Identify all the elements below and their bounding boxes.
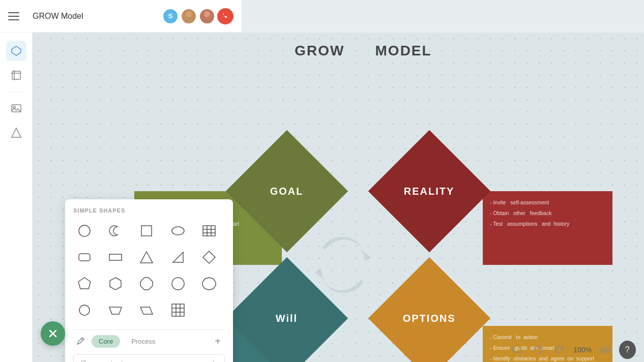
shape-parallelogram[interactable] — [135, 299, 158, 321]
reality-textbox: - Invite self-assessment - Obtain other … — [483, 191, 612, 265]
left-toolbar — [0, 33, 33, 362]
search-icon — [80, 359, 88, 362]
svg-marker-26 — [78, 278, 91, 289]
canvas[interactable]: GROW MODEL - Agree on objectives of sess… — [33, 33, 644, 362]
svg-rect-16 — [203, 226, 215, 236]
toolbar-image[interactable] — [6, 98, 26, 118]
shapes-grid — [73, 220, 225, 321]
shape-rounded-rect[interactable] — [73, 246, 96, 268]
shape-circle[interactable] — [73, 220, 96, 242]
svg-point-15 — [172, 227, 184, 235]
shapes-section-title: SIMPLE SHAPES — [73, 207, 225, 214]
keyboard-button[interactable] — [598, 342, 613, 358]
will-label: Will — [276, 313, 298, 324]
shape-rect-outline[interactable] — [104, 246, 127, 268]
cloud-button[interactable] — [510, 342, 525, 358]
cycle-arrows-svg — [310, 232, 376, 298]
svg-marker-28 — [140, 278, 153, 290]
shape-ellipse[interactable] — [167, 220, 189, 242]
svg-marker-24 — [173, 252, 183, 262]
shape-circle-lg[interactable] — [167, 273, 189, 295]
header: GROW Model S — [0, 0, 242, 33]
redo-button[interactable] — [552, 342, 567, 358]
svg-point-1 — [184, 18, 194, 23]
reality-label: REALITY — [404, 186, 455, 197]
avatar-user1[interactable] — [181, 8, 197, 24]
shape-trapezoid[interactable] — [104, 299, 127, 321]
svg-point-29 — [172, 278, 184, 290]
svg-marker-11 — [363, 252, 371, 261]
reality-text: - Invite self-assessment - Obtain other … — [483, 191, 612, 235]
collaborators: S — [162, 8, 233, 24]
shape-diamond[interactable] — [198, 246, 220, 268]
toolbar-crop[interactable] — [6, 65, 26, 85]
document-title: GROW Model — [33, 12, 162, 21]
help-button[interactable]: ? — [619, 341, 636, 359]
shape-decagon[interactable] — [198, 273, 220, 295]
svg-point-13 — [79, 225, 90, 236]
shape-hexagon[interactable] — [104, 273, 127, 295]
svg-marker-30 — [202, 278, 216, 290]
avatar-s[interactable]: S — [162, 8, 179, 24]
svg-rect-42 — [601, 347, 610, 353]
svg-marker-4 — [12, 46, 21, 55]
fab-close[interactable] — [41, 321, 65, 346]
svg-marker-27 — [110, 278, 121, 290]
search-bar: ⋮ — [73, 354, 225, 362]
svg-point-3 — [202, 18, 212, 23]
zoom-level: 100% — [573, 346, 592, 354]
search-more-button[interactable]: ⋮ — [209, 359, 218, 362]
undo-button[interactable] — [531, 342, 546, 358]
svg-rect-14 — [141, 226, 152, 236]
svg-rect-34 — [172, 304, 184, 316]
phone-button[interactable] — [217, 8, 233, 24]
diagram-title: GROW MODEL — [83, 43, 643, 59]
svg-point-2 — [204, 11, 210, 17]
svg-line-39 — [81, 339, 83, 340]
reality-diamond: REALITY — [368, 130, 490, 252]
bottom-bar: 100% ? — [502, 338, 644, 362]
title-model: MODEL — [375, 43, 432, 59]
options-diamond: OPTIONS — [368, 257, 490, 362]
avatar-user2[interactable] — [199, 8, 215, 24]
shapes-panel: SIMPLE SHAPES — [65, 199, 233, 362]
svg-marker-33 — [140, 307, 153, 314]
toolbar-shapes[interactable] — [6, 41, 26, 61]
tab-core[interactable]: Core — [92, 335, 120, 348]
shape-moon[interactable] — [104, 220, 127, 242]
svg-rect-22 — [109, 254, 122, 260]
shape-octagon[interactable] — [135, 273, 158, 295]
svg-point-0 — [186, 11, 192, 17]
shape-triangle[interactable] — [135, 246, 158, 268]
toolbar-diagram[interactable] — [6, 123, 26, 143]
svg-rect-5 — [12, 71, 20, 79]
tab-process[interactable]: Process — [124, 335, 162, 348]
svg-rect-21 — [79, 254, 90, 261]
shape-pentagon[interactable] — [73, 273, 96, 295]
menu-button[interactable] — [8, 8, 24, 24]
shape-right-triangle[interactable] — [167, 246, 189, 268]
title-grow: GROW — [295, 43, 344, 59]
svg-marker-32 — [109, 307, 122, 314]
pencil-icon[interactable] — [73, 334, 87, 348]
shape-grid[interactable] — [167, 299, 189, 321]
add-tab-button[interactable]: + — [211, 334, 225, 348]
goal-label: GOAL — [270, 186, 304, 197]
shape-square[interactable] — [135, 220, 158, 242]
svg-marker-25 — [203, 251, 215, 263]
svg-marker-12 — [315, 268, 323, 278]
shape-circle-sm[interactable] — [73, 299, 96, 321]
toolbar-divider — [8, 92, 24, 92]
options-label: OPTIONS — [403, 312, 456, 324]
svg-marker-23 — [140, 252, 153, 263]
shapes-tabs: Core Process + — [73, 329, 225, 348]
svg-marker-10 — [12, 128, 21, 137]
svg-point-31 — [79, 305, 90, 315]
shape-table[interactable] — [198, 220, 220, 242]
